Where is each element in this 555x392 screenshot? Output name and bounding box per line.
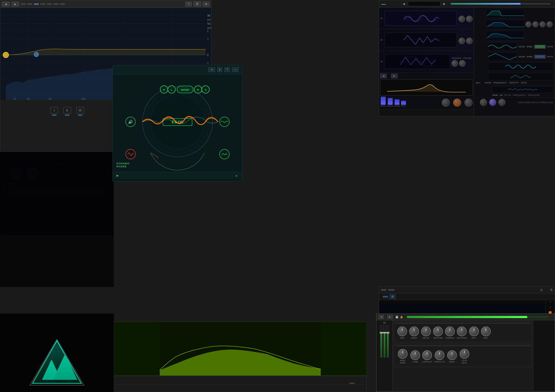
low-cut-knob[interactable] [422, 350, 432, 360]
dry-knob[interactable] [469, 326, 479, 336]
tal-save-icon[interactable]: 💾 [395, 316, 398, 318]
osc2-label: 0 [380, 39, 383, 41]
lfo1-mode: MODE [518, 45, 525, 48]
synth-title-input[interactable] [408, 1, 440, 6]
fader-3[interactable] [386, 332, 389, 334]
diffuse-knob[interactable] [433, 326, 443, 336]
ab-arrow-btn[interactable] [34, 3, 39, 5]
env-delay-knob[interactable] [525, 21, 531, 27]
keytrk-knob[interactable] [464, 99, 473, 107]
stereo-btn[interactable] [53, 3, 58, 5]
mix-knob-row: MOD RATE TUNE LOW CUT HIGH CUT [395, 347, 531, 366]
nav-back-btn[interactable]: ◄ [2, 2, 10, 6]
svg-point-58 [126, 149, 135, 159]
env-decay-knob[interactable] [547, 21, 553, 27]
eq-band-2-on[interactable] [65, 115, 70, 116]
voices-row-labels: VOICES BEND VELTCK SPREAD GLIDE [508, 102, 553, 103]
mod-rate-knob[interactable] [398, 349, 408, 359]
synth-nav-btn[interactable]: ◄ [402, 2, 406, 6]
eq-band-2-btn[interactable]: II [63, 107, 71, 113]
lfo2-sync: SYNC [527, 55, 533, 58]
precise-btn[interactable] [47, 3, 52, 5]
svg-text:20: 20 [27, 98, 30, 100]
help-btn-levels[interactable]: ? [224, 67, 230, 72]
osc3-row: 0 UNISON PHASE [379, 51, 474, 73]
hide-meters-btn[interactable] [388, 289, 394, 291]
synth-plugin: ◄ ► 0 [379, 0, 555, 116]
osc3-knob1[interactable] [451, 60, 458, 67]
lofi-bits-group: LO-FI BITS [459, 349, 470, 364]
filt-bar [401, 101, 406, 105]
display-btn[interactable] [40, 3, 45, 5]
fader-1[interactable] [380, 332, 383, 334]
user-mode-btn[interactable] [383, 296, 388, 298]
effects-tab[interactable] [381, 3, 386, 5]
filter-left-btn[interactable]: ◄ [380, 74, 387, 78]
tal-lock-icon[interactable]: 🔒 [400, 316, 403, 318]
stats-reset-btn[interactable] [350, 383, 354, 384]
eq-band-3-on[interactable] [78, 115, 83, 116]
span-menu-btn[interactable]: ≡ [550, 288, 553, 292]
osc3-knob2[interactable] [459, 60, 466, 67]
schain-btn[interactable] [383, 322, 386, 324]
drive-knob[interactable] [442, 99, 450, 107]
ducking-knob[interactable] [457, 326, 467, 336]
wet-knob[interactable] [481, 326, 491, 336]
high-cut-group: HIGH CUT [434, 350, 445, 363]
tune-knob[interactable] [410, 350, 420, 360]
eq-band-3-btn[interactable]: III [76, 107, 84, 113]
svg-point-57 [220, 117, 229, 127]
tal-prev-btn[interactable]: ◄ [379, 315, 384, 319]
env-decay-group [547, 21, 553, 28]
tal-header: ◄ ► 💾 🔒 [376, 314, 555, 320]
nav-forward-btn[interactable]: ► [11, 2, 19, 6]
env-hold-knob[interactable] [540, 21, 546, 27]
lfo2-stereo-btn[interactable]: STERE0 [534, 55, 546, 58]
tal-next-btn[interactable]: ► [387, 315, 393, 319]
heart-btn[interactable]: ♥ [203, 2, 209, 6]
osc2-knob1[interactable] [459, 38, 465, 44]
osc1-knob2[interactable] [466, 16, 473, 22]
svg-text:OUT: OUT [207, 18, 211, 21]
synth-next-btn[interactable]: ► [443, 2, 446, 6]
low-cut-label: LOW CUT [422, 361, 432, 363]
matrix-tab[interactable] [388, 3, 392, 4]
filter-right-btn[interactable]: ► [391, 74, 398, 78]
veltck-knob[interactable] [480, 99, 487, 106]
osc3-bar-label: OSC3 [394, 105, 400, 107]
damp-group: DAMP [409, 326, 419, 339]
osc1-knob1[interactable] [459, 16, 465, 22]
copy-btn[interactable] [381, 289, 386, 291]
menu-btn[interactable]: — [232, 67, 238, 72]
osc2-knob2[interactable] [466, 38, 473, 44]
spread-knob[interactable] [489, 99, 496, 106]
fader-2[interactable] [383, 332, 386, 334]
reset-btn[interactable]: ↺ [208, 67, 215, 72]
span-header: Ω ≡ [379, 287, 555, 293]
size-knob[interactable] [397, 326, 407, 336]
settings-btn[interactable]: ⚙ [193, 1, 201, 6]
ab-compare-btn[interactable] [27, 3, 32, 5]
tal-delay-label: DELAY [422, 337, 430, 339]
span-settings-btn[interactable]: ⚙ [389, 294, 396, 299]
lofi-bits-knob[interactable] [460, 349, 469, 359]
lfo1-stereo-btn[interactable]: STERE0 [534, 45, 546, 48]
bg-overlay [0, 152, 114, 287]
help-btn[interactable]: ? [185, 2, 192, 6]
wet-group: WET [481, 326, 491, 339]
eq-band-1-on[interactable] [52, 115, 57, 116]
info-btn[interactable]: ℹ [217, 67, 222, 72]
advanced-tab[interactable] [394, 3, 399, 4]
mix-knob[interactable] [453, 99, 461, 107]
glide-knob[interactable] [498, 99, 505, 106]
tal-delay-knob[interactable] [421, 326, 431, 336]
damp-knob[interactable] [409, 326, 419, 336]
svg-text:0: 0 [207, 54, 209, 57]
peak-knob[interactable] [447, 350, 457, 360]
high-cut-knob[interactable] [435, 350, 444, 360]
lfo2-mode: MODE [518, 55, 525, 58]
eq-band-1-btn[interactable]: I [50, 107, 58, 113]
env-attack-knob[interactable] [533, 21, 538, 27]
stereo-knob[interactable] [445, 326, 455, 336]
int-sc-btn[interactable] [60, 3, 65, 5]
